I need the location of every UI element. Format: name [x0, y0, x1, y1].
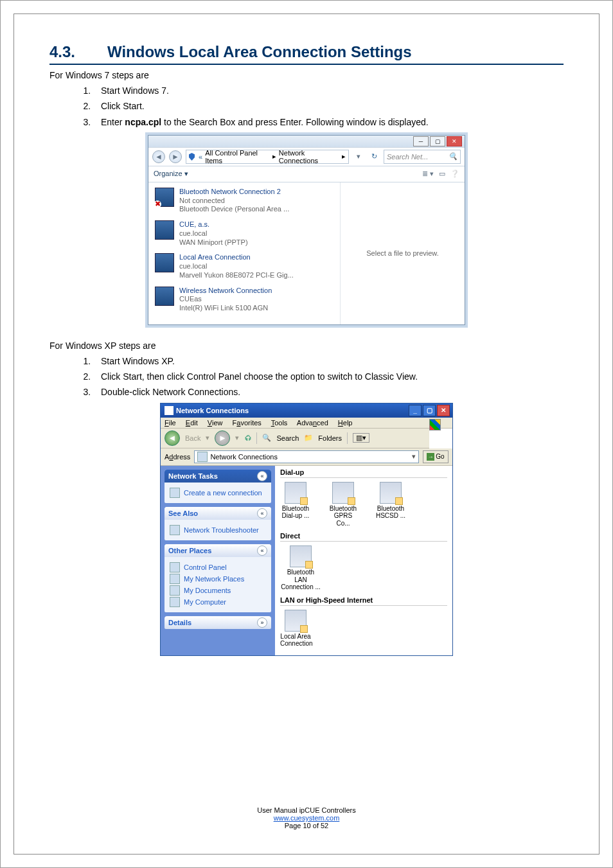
go-button[interactable]: →Go — [423, 450, 449, 463]
xp-intro: For Windows XP steps are — [49, 341, 564, 351]
close-button[interactable]: ✕ — [437, 405, 450, 416]
connection-item[interactable]: Wireless Network Connection CUEas Intel(… — [155, 287, 333, 313]
conn-title: Wireless Network Connection — [179, 287, 272, 296]
preview-pane-icon[interactable]: ▭ — [439, 170, 445, 178]
chevron-up-icon[interactable]: « — [257, 471, 267, 481]
icon-label-1: Bluetooth — [280, 505, 311, 513]
xp-menubar: File Edit View Favorites Tools Advanced … — [161, 418, 452, 429]
conn-title: Bluetooth Network Connection 2 — [179, 188, 289, 197]
menu-view[interactable]: View — [208, 419, 223, 427]
minimize-button[interactable]: ─ — [413, 136, 429, 146]
win7-window: ─ ▢ ✕ ◄ ► « All Control Panel Items ▸ Ne… — [148, 135, 465, 325]
close-button[interactable]: ✕ — [447, 136, 462, 146]
troubleshooter-link[interactable]: Network Troubleshooter — [170, 525, 266, 535]
address-field[interactable]: Network Connections ▾ — [194, 450, 419, 463]
menu-help[interactable]: Help — [338, 419, 353, 427]
win7-step-3: Enter ncpa.cpl to the Search Box and pre… — [93, 116, 564, 128]
section-heading: 4.3.Windows Local Area Connection Settin… — [49, 43, 564, 65]
icon-label-1: Bluetooth — [375, 505, 406, 513]
section-title: Windows Local Area Connection Settings — [107, 43, 412, 60]
create-connection-link[interactable]: Create a new connection — [170, 488, 266, 498]
icon-label-2: HSCSD ... — [375, 512, 406, 520]
link-label: My Network Places — [184, 575, 244, 583]
modem-icon — [380, 482, 402, 504]
link-label: My Computer — [184, 598, 226, 606]
sidebar-item-documents[interactable]: My Documents — [170, 585, 266, 596]
search-input[interactable]: Search Net... 🔍 — [384, 150, 461, 164]
network-places-icon — [170, 574, 180, 584]
dialup-item[interactable]: BluetoothDial-up ... — [280, 482, 311, 527]
sidebar-item-network-places[interactable]: My Network Places — [170, 574, 266, 584]
footer-link[interactable]: www.cuesystem.com — [274, 814, 340, 822]
conn-device: Bluetooth Device (Personal Area ... — [179, 205, 289, 214]
minimize-button[interactable]: _ — [409, 405, 422, 416]
breadcrumb-sep: ▸ — [272, 152, 276, 161]
breadcrumb[interactable]: « All Control Panel Items ▸ Network Conn… — [186, 150, 349, 164]
icon-label-2: Dial-up ... — [280, 512, 311, 520]
documents-icon — [170, 585, 180, 596]
panel-title: Network Tasks — [168, 472, 218, 480]
footer-line1: User Manual ipCUE Controllers — [14, 806, 599, 814]
panel-details: Details» — [164, 616, 271, 629]
separator: ▾ — [206, 434, 209, 442]
lan-item[interactable]: Local AreaConnection — [280, 610, 311, 648]
win7-address-bar: ◄ ► « All Control Panel Items ▸ Network … — [148, 147, 465, 166]
refresh-icon[interactable]: ↻ — [368, 152, 380, 161]
direct-item[interactable]: Bluetooth LANConnection ... — [280, 545, 321, 591]
menu-advanced[interactable]: Advanced — [297, 419, 328, 427]
win7-step-2: Click Start. — [93, 100, 564, 112]
menu-edit[interactable]: Edit — [186, 419, 198, 427]
control-panel-icon — [170, 562, 180, 572]
menu-file[interactable]: File — [164, 419, 176, 427]
connection-item[interactable]: Bluetooth Network Connection 2 Not conne… — [155, 188, 333, 214]
network-icon — [155, 220, 174, 240]
conn-status: Not connected — [179, 197, 289, 206]
organize-button[interactable]: Organize ▾ — [154, 170, 188, 178]
chevron-up-icon[interactable]: « — [257, 545, 267, 556]
dialup-item[interactable]: BluetoothGPRS Co... — [328, 482, 359, 527]
views-icon[interactable]: ▥▾ — [353, 433, 369, 443]
maximize-button[interactable]: ▢ — [430, 136, 445, 146]
back-button-icon[interactable]: ◄ — [164, 430, 180, 446]
dropdown-icon[interactable]: ▾ — [412, 452, 416, 461]
xp-title: Network Connections — [176, 407, 249, 414]
xp-toolbar: ◄ Back ▾ ► ▾ ⮉ 🔍 Search 📁 Folders ▥▾ — [161, 429, 429, 448]
up-icon[interactable]: ⮉ — [244, 434, 251, 442]
menu-favorites[interactable]: Favorites — [233, 419, 262, 427]
dropdown-icon[interactable]: ▾ — [353, 152, 364, 161]
group-dialup: Dial-up — [280, 468, 447, 478]
connection-item[interactable]: Local Area Connection cue.local Marvell … — [155, 253, 333, 279]
group-lan: LAN or High-Speed Internet — [280, 596, 447, 606]
sidebar-item-control-panel[interactable]: Control Panel — [170, 562, 266, 572]
icon-label-1: Bluetooth — [328, 505, 359, 513]
maximize-button[interactable]: ▢ — [423, 405, 436, 416]
win7-step-1: Start Windows 7. — [93, 84, 564, 97]
panel-title: See Also — [168, 509, 198, 517]
chevron-down-icon[interactable]: » — [257, 617, 267, 628]
folders-icon[interactable]: 📁 — [304, 434, 313, 442]
sidebar-item-my-computer[interactable]: My Computer — [170, 597, 266, 607]
view-icon[interactable]: ≣ ▾ — [422, 170, 434, 178]
help-icon[interactable]: ❔ — [450, 170, 459, 178]
win7-titlebar: ─ ▢ ✕ — [148, 136, 465, 147]
search-label: Search — [276, 434, 299, 442]
breadcrumb-prefix: « — [199, 153, 202, 161]
conn-status: cue.local — [179, 262, 294, 271]
dialup-item[interactable]: BluetoothHSCSD ... — [375, 482, 406, 527]
search-icon[interactable]: 🔍 — [262, 434, 271, 442]
panel-network-tasks: Network Tasks« Create a new connection — [164, 470, 271, 503]
nav-back-icon[interactable]: ◄ — [152, 150, 165, 163]
network-icon — [155, 253, 174, 272]
forward-button-icon[interactable]: ► — [215, 430, 230, 446]
nav-forward-icon[interactable]: ► — [169, 150, 182, 163]
xp-content: Dial-up BluetoothDial-up ... BluetoothGP… — [275, 466, 452, 655]
link-label: My Documents — [184, 587, 231, 594]
conn-status: CUEas — [179, 295, 272, 304]
folders-label: Folders — [318, 434, 342, 442]
separator: ▾ — [235, 434, 239, 442]
xp-window: Network Connections _ ▢ ✕ File Edit View… — [160, 403, 453, 656]
chevron-up-icon[interactable]: « — [257, 508, 267, 518]
menu-tools[interactable]: Tools — [271, 419, 288, 427]
conn-title: CUE, a.s. — [179, 220, 248, 229]
connection-item[interactable]: CUE, a.s. cue.local WAN Miniport (PPTP) — [155, 220, 333, 247]
